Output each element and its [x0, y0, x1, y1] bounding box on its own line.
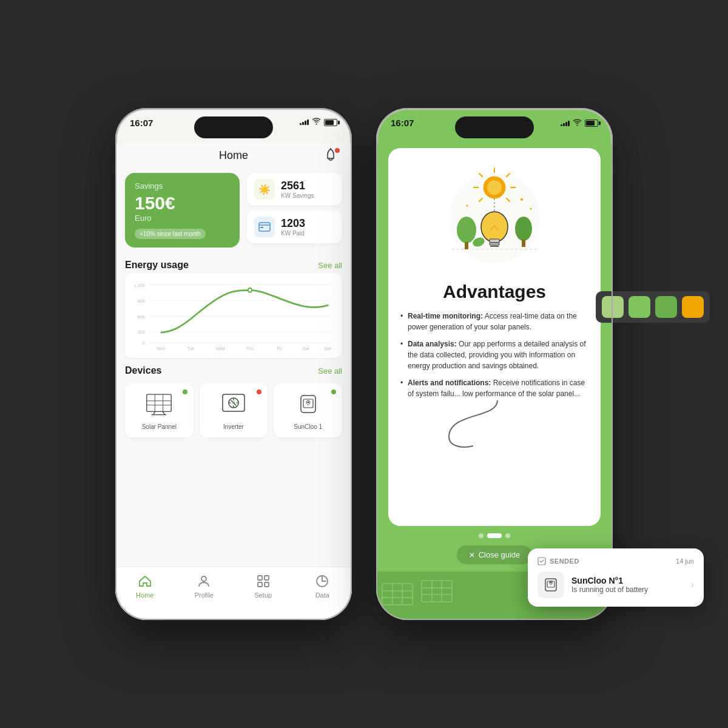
swatch-light-green[interactable] — [602, 296, 624, 318]
svg-rect-39 — [265, 576, 269, 580]
guide-bullet-3: Alerts and notifications: Receive notifi… — [400, 377, 588, 399]
notification-card[interactable]: SENDED 14 jun SunCloo N°1 Is running out… — [528, 548, 704, 607]
notification-status: SENDED — [538, 557, 579, 565]
close-guide-label: Close guide — [479, 550, 521, 559]
svg-text:600: 600 — [138, 314, 145, 319]
svg-text:Fri: Fri — [277, 346, 282, 351]
nav-setup[interactable]: Setup — [234, 573, 293, 599]
svg-point-57 — [457, 217, 476, 243]
notch — [194, 116, 273, 138]
suncloo-card[interactable]: SunCloo 1 — [274, 383, 342, 437]
solar-panel-status-dot — [183, 389, 187, 394]
inverter-icon — [220, 391, 247, 420]
dot-2[interactable] — [487, 533, 502, 538]
wifi-icon-2 — [573, 118, 582, 129]
notification-device-status: Is running out of battery — [571, 585, 684, 594]
close-guide-button[interactable]: ✕ Close guide — [457, 545, 533, 564]
bottom-nav: Home Profile — [115, 567, 352, 620]
swatch-yellow[interactable] — [682, 296, 704, 318]
guide-card: Advantages Real-time monitoring: Access … — [388, 148, 601, 526]
svg-rect-55 — [490, 243, 499, 245]
energy-title: Energy usage — [125, 260, 189, 271]
pagination-dots — [376, 526, 613, 545]
svg-rect-71 — [422, 581, 452, 602]
guide-bullet-2: Data analysis: Our app performs a detail… — [400, 339, 588, 371]
wire-decoration — [443, 400, 504, 449]
svg-line-29 — [163, 411, 165, 414]
color-swatches — [596, 291, 710, 323]
svg-text:Sat: Sat — [303, 346, 310, 351]
svg-text:Wed: Wed — [216, 346, 225, 351]
home-nav-label: Home — [136, 592, 153, 599]
swatch-dark-green[interactable] — [655, 296, 677, 318]
svg-point-33 — [232, 402, 235, 404]
svg-text:Sun: Sun — [324, 346, 332, 351]
inverter-card[interactable]: Inverter — [200, 383, 268, 437]
svg-rect-58 — [465, 242, 468, 249]
home-header: Home — [115, 143, 352, 168]
svg-text:Mon: Mon — [157, 346, 166, 351]
solar-panel-icon — [146, 391, 172, 420]
energy-see-all[interactable]: See all — [318, 261, 342, 270]
svg-point-22 — [249, 289, 251, 292]
svg-text:Thu: Thu — [246, 346, 254, 351]
svg-text:0: 0 — [143, 340, 145, 346]
solar-panel-card[interactable]: Solar Pannel — [125, 383, 194, 437]
close-x-icon: ✕ — [469, 551, 475, 559]
inverter-label: Inverter — [223, 423, 244, 430]
time-display-1: 16:07 — [130, 118, 153, 128]
phone-2: 16:07 — [376, 108, 613, 620]
devices-row: Solar Pannel Inverter — [115, 379, 352, 442]
phone1-main: Home Savings 150€ Euro +10% since last — [115, 143, 352, 620]
notification-date: 14 jun — [676, 558, 694, 565]
devices-see-all[interactable]: See all — [318, 366, 342, 376]
svg-rect-38 — [258, 576, 262, 580]
bell-icon[interactable] — [324, 148, 340, 164]
notification-body: SunCloo N°1 Is running out of battery › — [538, 571, 694, 598]
swatch-medium-green[interactable] — [629, 296, 650, 318]
svg-point-37 — [201, 576, 206, 581]
dot-3[interactable] — [505, 533, 510, 538]
kw-paid-card: 1203 KW Paid — [247, 211, 342, 243]
svg-point-64 — [530, 208, 532, 210]
nav-profile[interactable]: Profile — [175, 573, 234, 599]
svg-point-36 — [307, 402, 309, 403]
guide-bullets: Real-time monitoring: Access real-time d… — [400, 311, 588, 399]
energy-section-header: Energy usage See all — [115, 252, 352, 273]
guide-illustration — [400, 160, 588, 275]
savings-card: Savings 150€ Euro +10% since last month — [125, 173, 240, 248]
suncloo-icon — [295, 391, 322, 420]
nav-data[interactable]: Data — [293, 573, 352, 599]
wifi-icon — [312, 118, 321, 127]
svg-point-45 — [487, 180, 502, 195]
battery-icon-2 — [585, 120, 598, 127]
svg-rect-40 — [258, 582, 262, 587]
savings-label: Savings — [135, 181, 230, 190]
savings-amount: 150€ — [135, 193, 230, 214]
status-icons-2 — [561, 118, 598, 129]
scene: 16:07 — [0, 0, 728, 728]
setup-nav-label: Setup — [254, 592, 272, 599]
devices-section-header: Devices See all — [115, 358, 352, 379]
kw-savings-card: ☀️ 2561 KW Savings — [247, 173, 342, 206]
bell-notification-dot — [335, 148, 340, 153]
svg-text:1,200: 1,200 — [134, 282, 145, 288]
savings-badge: +10% since last month — [135, 229, 206, 239]
savings-unit: Euro — [135, 214, 230, 223]
profile-nav-icon — [196, 573, 212, 589]
dot-1[interactable] — [479, 533, 484, 538]
notification-device-name: SunCloo N°1 — [571, 576, 684, 585]
svg-rect-86 — [538, 558, 545, 565]
svg-rect-60 — [522, 240, 525, 247]
svg-rect-66 — [382, 584, 413, 605]
svg-point-89 — [550, 582, 552, 584]
devices-title: Devices — [125, 365, 162, 376]
nav-home[interactable]: Home — [115, 573, 175, 599]
battery-icon — [324, 119, 337, 126]
signal-icon-2 — [561, 121, 570, 126]
svg-text:300: 300 — [138, 329, 145, 335]
home-title: Home — [219, 149, 248, 162]
svg-rect-41 — [265, 582, 269, 587]
notification-device-icon — [538, 571, 564, 598]
signal-icon — [300, 120, 309, 125]
